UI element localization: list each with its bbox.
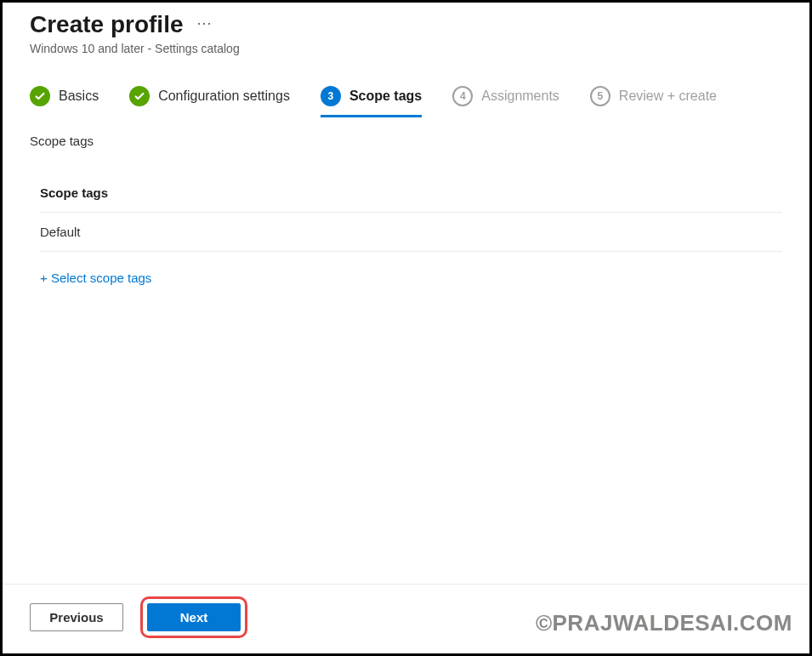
select-scope-tags-link[interactable]: + Select scope tags bbox=[40, 271, 151, 285]
watermark: ©PRAJWALDESAI.COM bbox=[536, 610, 792, 636]
wizard-steps: Basics Configuration settings 3 Scope ta… bbox=[3, 55, 809, 115]
step-label: Review + create bbox=[619, 88, 717, 104]
page-subtitle: Windows 10 and later - Settings catalog bbox=[30, 42, 782, 55]
step-scope-tags[interactable]: 3 Scope tags bbox=[321, 86, 422, 117]
step-label: Configuration settings bbox=[158, 88, 290, 104]
table-header: Scope tags bbox=[40, 185, 782, 213]
step-number-icon: 5 bbox=[590, 86, 610, 106]
check-icon bbox=[30, 86, 50, 106]
table-row[interactable]: Default bbox=[40, 213, 782, 252]
step-assignments[interactable]: 4 Assignments bbox=[452, 86, 559, 115]
step-label: Assignments bbox=[481, 88, 559, 104]
highlight-annotation: Next bbox=[140, 596, 247, 638]
wizard-footer: Previous Next ©PRAJWALDESAI.COM bbox=[3, 584, 809, 653]
step-basics[interactable]: Basics bbox=[30, 86, 99, 115]
check-icon bbox=[129, 86, 150, 106]
step-review-create[interactable]: 5 Review + create bbox=[590, 86, 717, 115]
more-icon[interactable]: ··· bbox=[197, 14, 213, 36]
previous-button[interactable]: Previous bbox=[30, 603, 123, 631]
step-number-icon: 4 bbox=[452, 86, 473, 106]
scope-tags-table: Scope tags Default + Select scope tags bbox=[3, 148, 809, 286]
section-label: Scope tags bbox=[3, 115, 809, 148]
page-title: Create profile bbox=[30, 11, 184, 38]
step-label: Basics bbox=[59, 88, 99, 104]
step-label: Scope tags bbox=[349, 88, 422, 104]
step-configuration-settings[interactable]: Configuration settings bbox=[129, 86, 290, 115]
next-button[interactable]: Next bbox=[147, 603, 241, 631]
page-header: Create profile ··· Windows 10 and later … bbox=[3, 3, 809, 55]
step-number-icon: 3 bbox=[321, 86, 341, 106]
